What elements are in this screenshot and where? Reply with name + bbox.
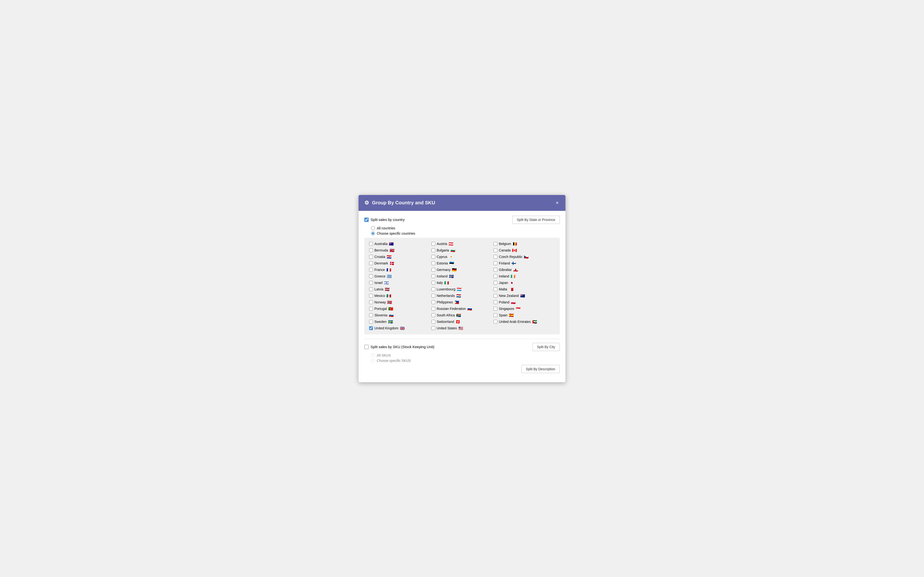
specific-skus-radio-label[interactable]: Choose specific SKUS [371, 359, 560, 363]
specific-skus-radio[interactable] [371, 359, 375, 363]
country-checkbox-estonia[interactable] [431, 261, 435, 265]
country-checkbox-germany[interactable] [431, 268, 435, 272]
country-item[interactable]: United Arab Emirates 🇦🇪 [494, 319, 555, 324]
country-item[interactable]: Norway 🇳🇴 [369, 300, 430, 305]
country-item[interactable]: Israel 🇮🇱 [369, 280, 430, 285]
country-checkbox-ireland[interactable] [494, 274, 498, 278]
country-name: Belgium [499, 242, 511, 246]
country-checkbox-united-states[interactable] [431, 326, 435, 330]
country-checkbox-spain[interactable] [494, 313, 498, 317]
country-item[interactable]: Bulgaria 🇧🇬 [431, 248, 493, 253]
country-item[interactable]: United Kingdom 🇬🇧 [369, 326, 430, 330]
country-checkbox-slovenia[interactable] [369, 313, 373, 317]
country-item[interactable]: Singapore 🇸🇬 [494, 306, 555, 311]
split-by-city-button[interactable]: Split By City [533, 343, 560, 351]
country-item[interactable]: Ireland 🇮🇪 [494, 274, 555, 279]
country-checkbox-norway[interactable] [369, 300, 373, 304]
country-item[interactable]: Luxembourg 🇱🇺 [431, 287, 493, 292]
country-checkbox-sweden[interactable] [369, 320, 373, 324]
country-checkbox-cyprus[interactable] [431, 255, 435, 259]
split-by-description-button[interactable]: Split By Description [522, 365, 560, 373]
country-checkbox-australia[interactable] [369, 242, 373, 246]
country-item[interactable]: Slovenia 🇸🇮 [369, 313, 430, 318]
split-country-checkbox-label[interactable]: Split sales by country [364, 218, 405, 222]
country-item[interactable]: Sweden 🇸🇪 [369, 319, 430, 324]
country-checkbox-portugal[interactable] [369, 307, 373, 311]
country-item[interactable]: Philippines 🇵🇭 [431, 300, 493, 305]
country-checkbox-russian-federation[interactable] [431, 307, 435, 311]
country-checkbox-bulgaria[interactable] [431, 248, 435, 252]
country-item[interactable]: Czech Republic 🇨🇿 [494, 255, 555, 259]
country-item[interactable]: Malta 🇲🇹 [494, 287, 555, 292]
split-sku-checkbox[interactable] [364, 345, 368, 349]
close-button[interactable]: × [555, 199, 560, 206]
country-item[interactable]: Finland 🇫🇮 [494, 261, 555, 266]
country-checkbox-iceland[interactable] [431, 274, 435, 278]
country-checkbox-bermuda[interactable] [369, 248, 373, 252]
country-checkbox-denmark[interactable] [369, 261, 373, 265]
country-checkbox-czech-republic[interactable] [494, 255, 498, 259]
country-checkbox-france[interactable] [369, 268, 373, 272]
country-item[interactable]: Australia 🇦🇺 [369, 242, 430, 246]
country-item[interactable]: Canada 🇨🇦 [494, 248, 555, 253]
country-checkbox-malta[interactable] [494, 287, 498, 291]
country-item[interactable]: Austria 🇦🇹 [431, 242, 493, 246]
country-item[interactable]: Iceland 🇮🇸 [431, 274, 493, 279]
split-country-checkbox[interactable] [364, 218, 368, 222]
all-skus-radio-label[interactable]: All SKUS [371, 353, 560, 357]
split-sku-checkbox-label[interactable]: Split sales by SKU (Stock Keeping Unit) [364, 345, 435, 349]
country-item[interactable]: Netherlands 🇳🇱 [431, 293, 493, 298]
country-item[interactable]: Bermuda 🇧🇲 [369, 248, 430, 253]
country-checkbox-luxembourg[interactable] [431, 287, 435, 291]
country-item[interactable]: Belgium 🇧🇪 [494, 242, 555, 246]
country-checkbox-singapore[interactable] [494, 307, 498, 311]
country-checkbox-mexico[interactable] [369, 294, 373, 298]
country-checkbox-greece[interactable] [369, 274, 373, 278]
country-checkbox-philippines[interactable] [431, 300, 435, 304]
country-checkbox-japan[interactable] [494, 281, 498, 285]
country-item[interactable]: Russian Federation 🇷🇺 [431, 306, 493, 311]
country-item[interactable]: United States 🇺🇸 [431, 326, 493, 330]
country-item[interactable]: Italy 🇮🇹 [431, 280, 493, 285]
country-checkbox-gibraltar[interactable] [494, 268, 498, 272]
country-checkbox-belgium[interactable] [494, 242, 498, 246]
country-item[interactable]: Japan 🇯🇵 [494, 280, 555, 285]
country-item[interactable]: New Zealand 🇳🇿 [494, 293, 555, 298]
country-checkbox-south-africa[interactable] [431, 313, 435, 317]
country-item[interactable]: Poland 🇵🇱 [494, 300, 555, 305]
country-checkbox-israel[interactable] [369, 281, 373, 285]
country-item[interactable]: Switzerland 🇨🇭 [431, 319, 493, 324]
country-item[interactable]: Portugal 🇵🇹 [369, 306, 430, 311]
country-item[interactable]: Croatia 🇭🇷 [369, 255, 430, 259]
all-countries-radio[interactable] [371, 226, 375, 230]
country-checkbox-united-arab-emirates[interactable] [494, 320, 498, 324]
country-item[interactable]: Spain 🇪🇸 [494, 313, 555, 318]
country-checkbox-austria[interactable] [431, 242, 435, 246]
country-checkbox-new-zealand[interactable] [494, 294, 498, 298]
country-checkbox-canada[interactable] [494, 248, 498, 252]
country-checkbox-switzerland[interactable] [431, 320, 435, 324]
country-checkbox-united-kingdom[interactable] [369, 326, 373, 330]
all-skus-radio[interactable] [371, 353, 375, 357]
country-item[interactable]: Mexico 🇲🇽 [369, 293, 430, 298]
specific-countries-radio-label[interactable]: Choose specific countries [371, 232, 560, 235]
country-flag: 🇦🇪 [532, 319, 537, 324]
split-by-state-button[interactable]: Split By State or Province [512, 216, 560, 224]
country-item[interactable]: Germany 🇩🇪 [431, 268, 493, 272]
country-item[interactable]: France 🇫🇷 [369, 268, 430, 272]
country-item[interactable]: Greece 🇬🇷 [369, 274, 430, 279]
country-checkbox-finland[interactable] [494, 261, 498, 265]
country-item[interactable]: Gibraltar 🇬🇮 [494, 268, 555, 272]
country-checkbox-poland[interactable] [494, 300, 498, 304]
country-checkbox-netherlands[interactable] [431, 294, 435, 298]
country-item[interactable]: Estonia 🇪🇪 [431, 261, 493, 266]
all-countries-radio-label[interactable]: All countries [371, 226, 560, 230]
country-checkbox-latvia[interactable] [369, 287, 373, 291]
country-item[interactable]: Cyprus 🇨🇾 [431, 255, 493, 259]
country-item[interactable]: Latvia 🇱🇻 [369, 287, 430, 292]
country-checkbox-croatia[interactable] [369, 255, 373, 259]
country-checkbox-italy[interactable] [431, 281, 435, 285]
country-item[interactable]: Denmark 🇩🇰 [369, 261, 430, 266]
specific-countries-radio[interactable] [371, 232, 375, 235]
country-item[interactable]: South Africa 🇿🇦 [431, 313, 493, 318]
